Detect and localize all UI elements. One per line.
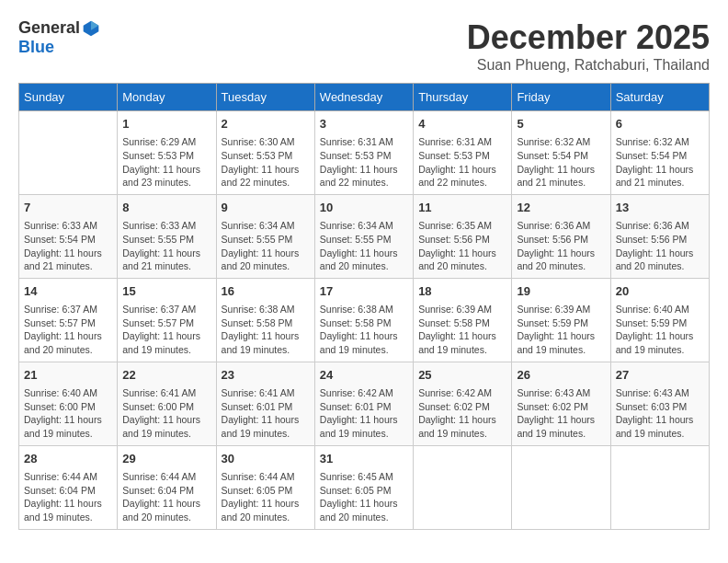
- location: Suan Phueng, Ratchaburi, Thailand: [467, 57, 710, 74]
- day-info: Sunrise: 6:40 AMSunset: 6:00 PMDaylight:…: [24, 386, 112, 441]
- calendar-cell: 7Sunrise: 6:33 AMSunset: 5:54 PMDaylight…: [19, 194, 118, 278]
- day-number: 24: [320, 367, 408, 384]
- logo: General Blue: [18, 18, 100, 57]
- day-number: 6: [616, 116, 704, 132]
- day-number: 31: [320, 451, 408, 467]
- title-section: December 2025 Suan Phueng, Ratchaburi, T…: [467, 18, 710, 74]
- calendar-cell: 27Sunrise: 6:43 AMSunset: 6:03 PMDayligh…: [610, 362, 709, 445]
- day-number: 11: [418, 200, 506, 216]
- day-number: 20: [616, 283, 704, 300]
- header-wednesday: Wednesday: [314, 84, 413, 111]
- calendar-cell: 20Sunrise: 6:40 AMSunset: 5:59 PMDayligh…: [610, 278, 709, 362]
- day-info: Sunrise: 6:41 AMSunset: 6:00 PMDaylight:…: [122, 386, 210, 441]
- day-info: Sunrise: 6:31 AMSunset: 5:53 PMDaylight:…: [320, 135, 408, 190]
- day-info: Sunrise: 6:38 AMSunset: 5:58 PMDaylight:…: [222, 303, 310, 357]
- day-number: 19: [517, 283, 605, 300]
- calendar-cell: 13Sunrise: 6:36 AMSunset: 5:56 PMDayligh…: [610, 194, 709, 278]
- day-number: 4: [418, 116, 506, 132]
- day-number: 28: [24, 451, 112, 467]
- day-info: Sunrise: 6:35 AMSunset: 5:56 PMDaylight:…: [418, 219, 506, 273]
- day-info: Sunrise: 6:45 AMSunset: 6:05 PMDaylight:…: [320, 470, 408, 524]
- day-info: Sunrise: 6:33 AMSunset: 5:54 PMDaylight:…: [24, 219, 112, 273]
- day-number: 17: [320, 283, 408, 300]
- calendar-cell: 23Sunrise: 6:41 AMSunset: 6:01 PMDayligh…: [216, 362, 314, 445]
- header-sunday: Sunday: [19, 84, 118, 111]
- header-thursday: Thursday: [414, 84, 512, 111]
- month-title: December 2025: [467, 18, 710, 57]
- calendar-cell: 17Sunrise: 6:38 AMSunset: 5:58 PMDayligh…: [314, 278, 413, 362]
- calendar-cell: 14Sunrise: 6:37 AMSunset: 5:57 PMDayligh…: [19, 278, 118, 362]
- day-info: Sunrise: 6:31 AMSunset: 5:53 PMDaylight:…: [418, 135, 506, 190]
- calendar-cell: 3Sunrise: 6:31 AMSunset: 5:53 PMDaylight…: [314, 111, 413, 195]
- calendar-cell: 1Sunrise: 6:29 AMSunset: 5:53 PMDaylight…: [118, 111, 216, 195]
- day-number: 22: [122, 367, 210, 384]
- logo-general: General: [18, 18, 80, 38]
- week-row-3: 14Sunrise: 6:37 AMSunset: 5:57 PMDayligh…: [19, 278, 710, 362]
- calendar-table: SundayMondayTuesdayWednesdayThursdayFrid…: [18, 83, 710, 530]
- day-info: Sunrise: 6:44 AMSunset: 6:04 PMDaylight:…: [122, 470, 210, 524]
- day-info: Sunrise: 6:39 AMSunset: 5:58 PMDaylight:…: [418, 303, 506, 357]
- calendar-cell: 22Sunrise: 6:41 AMSunset: 6:00 PMDayligh…: [118, 362, 216, 445]
- day-info: Sunrise: 6:33 AMSunset: 5:55 PMDaylight:…: [122, 219, 210, 273]
- day-number: 1: [122, 116, 210, 132]
- header-saturday: Saturday: [610, 84, 709, 111]
- day-number: 15: [122, 283, 210, 300]
- calendar-cell: [610, 445, 709, 529]
- day-info: Sunrise: 6:44 AMSunset: 6:05 PMDaylight:…: [222, 470, 310, 524]
- day-number: 27: [616, 367, 704, 384]
- day-number: 10: [320, 200, 408, 216]
- page-header: General Blue December 2025 Suan Phueng, …: [18, 18, 710, 74]
- day-number: 8: [122, 200, 210, 216]
- week-row-1: 1Sunrise: 6:29 AMSunset: 5:53 PMDaylight…: [19, 111, 710, 195]
- day-info: Sunrise: 6:34 AMSunset: 5:55 PMDaylight:…: [222, 219, 310, 273]
- day-number: 30: [222, 451, 310, 467]
- week-row-2: 7Sunrise: 6:33 AMSunset: 5:54 PMDaylight…: [19, 194, 710, 278]
- calendar-cell: 19Sunrise: 6:39 AMSunset: 5:59 PMDayligh…: [512, 278, 610, 362]
- calendar-cell: 24Sunrise: 6:42 AMSunset: 6:01 PMDayligh…: [314, 362, 413, 445]
- header-monday: Monday: [118, 84, 216, 111]
- header-friday: Friday: [512, 84, 610, 111]
- day-info: Sunrise: 6:43 AMSunset: 6:03 PMDaylight:…: [616, 386, 704, 441]
- calendar-cell: 21Sunrise: 6:40 AMSunset: 6:00 PMDayligh…: [19, 362, 118, 445]
- calendar-cell: 30Sunrise: 6:44 AMSunset: 6:05 PMDayligh…: [216, 445, 314, 529]
- day-info: Sunrise: 6:29 AMSunset: 5:53 PMDaylight:…: [122, 135, 210, 190]
- day-number: 2: [222, 116, 310, 132]
- calendar-cell: 18Sunrise: 6:39 AMSunset: 5:58 PMDayligh…: [414, 278, 512, 362]
- day-number: 23: [222, 367, 310, 384]
- day-info: Sunrise: 6:41 AMSunset: 6:01 PMDaylight:…: [222, 386, 310, 441]
- calendar-cell: 8Sunrise: 6:33 AMSunset: 5:55 PMDaylight…: [118, 194, 216, 278]
- calendar-cell: 15Sunrise: 6:37 AMSunset: 5:57 PMDayligh…: [118, 278, 216, 362]
- day-info: Sunrise: 6:30 AMSunset: 5:53 PMDaylight:…: [222, 135, 310, 190]
- day-info: Sunrise: 6:37 AMSunset: 5:57 PMDaylight:…: [122, 303, 210, 357]
- day-info: Sunrise: 6:38 AMSunset: 5:58 PMDaylight:…: [320, 303, 408, 357]
- day-info: Sunrise: 6:37 AMSunset: 5:57 PMDaylight:…: [24, 303, 112, 357]
- calendar-cell: 26Sunrise: 6:43 AMSunset: 6:02 PMDayligh…: [512, 362, 610, 445]
- calendar-cell: 29Sunrise: 6:44 AMSunset: 6:04 PMDayligh…: [118, 445, 216, 529]
- day-info: Sunrise: 6:44 AMSunset: 6:04 PMDaylight:…: [24, 470, 112, 524]
- week-row-5: 28Sunrise: 6:44 AMSunset: 6:04 PMDayligh…: [19, 445, 710, 529]
- calendar-cell: 9Sunrise: 6:34 AMSunset: 5:55 PMDaylight…: [216, 194, 314, 278]
- day-number: 9: [222, 200, 310, 216]
- day-number: 13: [616, 200, 704, 216]
- day-number: 12: [517, 200, 605, 216]
- day-info: Sunrise: 6:43 AMSunset: 6:02 PMDaylight:…: [517, 386, 605, 441]
- day-number: 5: [517, 116, 605, 132]
- day-info: Sunrise: 6:34 AMSunset: 5:55 PMDaylight:…: [320, 219, 408, 273]
- logo-icon: [82, 19, 100, 38]
- calendar-cell: [512, 445, 610, 529]
- day-number: 26: [517, 367, 605, 384]
- day-info: Sunrise: 6:36 AMSunset: 5:56 PMDaylight:…: [517, 219, 605, 273]
- day-number: 25: [418, 367, 506, 384]
- calendar-cell: 31Sunrise: 6:45 AMSunset: 6:05 PMDayligh…: [314, 445, 413, 529]
- day-number: 18: [418, 283, 506, 300]
- day-info: Sunrise: 6:40 AMSunset: 5:59 PMDaylight:…: [616, 303, 704, 357]
- calendar-header-row: SundayMondayTuesdayWednesdayThursdayFrid…: [19, 84, 710, 111]
- calendar-cell: [414, 445, 512, 529]
- day-number: 29: [122, 451, 210, 467]
- day-number: 7: [24, 200, 112, 216]
- calendar-cell: 2Sunrise: 6:30 AMSunset: 5:53 PMDaylight…: [216, 111, 314, 195]
- calendar-cell: 5Sunrise: 6:32 AMSunset: 5:54 PMDaylight…: [512, 111, 610, 195]
- logo-blue: Blue: [18, 38, 54, 57]
- calendar-cell: 4Sunrise: 6:31 AMSunset: 5:53 PMDaylight…: [414, 111, 512, 195]
- day-info: Sunrise: 6:36 AMSunset: 5:56 PMDaylight:…: [616, 219, 704, 273]
